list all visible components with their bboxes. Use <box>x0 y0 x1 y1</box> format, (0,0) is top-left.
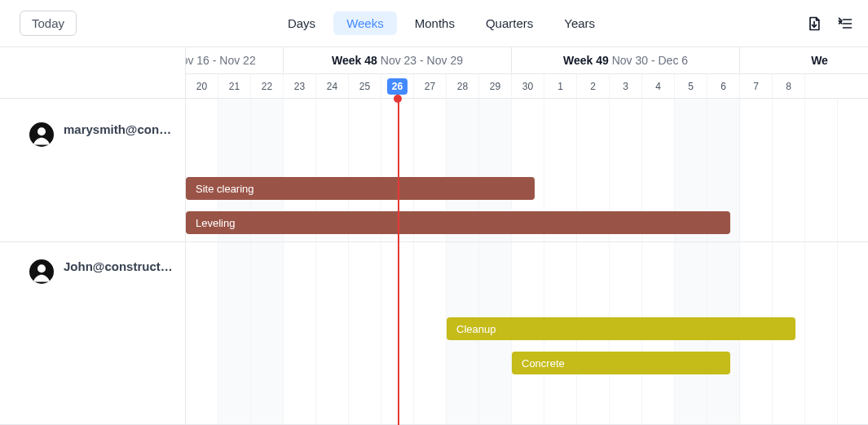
grid-column <box>773 99 805 241</box>
day-number: 8 <box>786 81 791 92</box>
tab-days[interactable]: Days <box>275 11 328 35</box>
day-number: 7 <box>753 81 759 92</box>
day-header[interactable]: 20 <box>186 74 218 98</box>
task-label: Cleanup <box>456 323 496 335</box>
task-bar[interactable]: Concrete <box>512 352 730 374</box>
timeline-row[interactable]: CleanupConcrete <box>186 242 868 425</box>
resource-row[interactable]: marysmith@constr… <box>0 99 185 242</box>
day-header[interactable]: 1 <box>544 74 577 98</box>
day-header[interactable]: 3 <box>610 74 642 98</box>
sidebar-header-spacer <box>0 47 185 99</box>
resource-name: John@construction.… <box>64 259 175 273</box>
task-label: Site clearing <box>196 183 254 195</box>
top-toolbar: Today Days Weeks Months Quarters Years <box>0 0 868 47</box>
grid-column <box>251 242 284 424</box>
week-number: Week 48 <box>332 54 377 67</box>
grid-column <box>805 99 838 241</box>
day-number: 22 <box>262 81 272 92</box>
day-header[interactable]: 7 <box>740 74 773 98</box>
day-header[interactable]: 4 <box>642 74 675 98</box>
day-header[interactable]: 6 <box>707 74 740 98</box>
day-header[interactable]: 25 <box>349 74 381 98</box>
day-number: 26 <box>387 78 408 95</box>
today-dot-icon <box>394 95 402 103</box>
day-number: 21 <box>229 81 240 92</box>
day-number: 4 <box>655 81 661 92</box>
avatar-icon <box>29 259 54 284</box>
grid-column <box>218 242 251 424</box>
day-header[interactable]: 29 <box>479 74 512 98</box>
resource-name: marysmith@constr… <box>64 122 175 136</box>
week-header: Week 49 Nov 30 - Dec 6 <box>512 47 740 73</box>
task-bar[interactable]: Site clearing <box>186 177 535 200</box>
day-header[interactable]: 30 <box>512 74 544 98</box>
timeline-row[interactable]: Site clearingLeveling <box>186 99 868 242</box>
day-header[interactable]: 8 <box>773 74 805 98</box>
day-number: 30 <box>522 81 533 92</box>
week-header: k 47 Nov 16 - Nov 22 <box>186 47 284 73</box>
day-number: 28 <box>457 81 468 92</box>
day-header[interactable]: 21 <box>218 74 251 98</box>
day-headers: 1819202122232425262728293012345678 <box>186 74 868 99</box>
toolbar-right <box>806 15 853 32</box>
day-number: 3 <box>623 81 628 92</box>
day-number: 2 <box>590 81 596 92</box>
view-tabs: Days Weeks Months Quarters Years <box>275 11 608 35</box>
tab-weeks[interactable]: Weeks <box>333 11 397 35</box>
today-button[interactable]: Today <box>20 11 77 36</box>
tab-months[interactable]: Months <box>402 11 468 35</box>
svg-point-1 <box>37 127 46 135</box>
week-number: Week 49 <box>563 54 609 67</box>
tab-quarters[interactable]: Quarters <box>473 11 546 35</box>
tab-years[interactable]: Years <box>551 11 608 35</box>
grid-column <box>740 99 773 241</box>
week-headers: k 47 Nov 16 - Nov 22Week 48 Nov 23 - Nov… <box>186 47 868 74</box>
grid-column <box>414 242 447 424</box>
day-header[interactable]: 5 <box>675 74 707 98</box>
grid-column <box>316 242 349 424</box>
task-label: Leveling <box>196 217 235 229</box>
week-number: We <box>811 54 828 67</box>
grid-column <box>805 242 838 424</box>
day-number: 5 <box>688 81 694 92</box>
grid-column <box>349 242 381 424</box>
day-header[interactable]: 2 <box>577 74 610 98</box>
grid-column <box>186 242 218 424</box>
resource-row[interactable]: John@construction.… <box>0 242 185 425</box>
day-header[interactable]: 27 <box>414 74 447 98</box>
week-header: We <box>740 47 868 73</box>
day-number: 6 <box>720 81 726 92</box>
day-number: 29 <box>490 81 500 92</box>
grid-column <box>838 99 868 241</box>
task-bar[interactable]: Leveling <box>186 211 730 234</box>
export-icon[interactable] <box>806 15 822 32</box>
day-header[interactable]: 23 <box>284 74 316 98</box>
task-bar[interactable]: Cleanup <box>447 317 795 340</box>
day-number: 1 <box>557 81 563 92</box>
day-header[interactable]: 24 <box>316 74 349 98</box>
avatar-icon <box>29 122 54 147</box>
week-range: Nov 16 - Nov 22 <box>186 54 256 67</box>
svg-point-3 <box>37 264 46 272</box>
day-header[interactable]: 22 <box>251 74 284 98</box>
week-range: Nov 30 - Dec 6 <box>612 54 688 67</box>
day-number: 24 <box>327 81 337 92</box>
day-number: 20 <box>196 81 207 92</box>
timeline[interactable]: k 47 Nov 16 - Nov 22Week 48 Nov 23 - Nov… <box>186 47 868 425</box>
today-line <box>398 99 399 425</box>
grid-column <box>838 242 868 424</box>
task-label: Concrete <box>522 357 565 370</box>
day-number: 23 <box>294 81 305 92</box>
week-header: Week 48 Nov 23 - Nov 29 <box>284 47 512 73</box>
day-header[interactable]: 28 <box>447 74 479 98</box>
resource-sidebar: marysmith@constr…John@construction.… <box>0 47 186 425</box>
grid-column <box>284 242 316 424</box>
day-number: 25 <box>359 81 370 92</box>
week-range: Nov 23 - Nov 29 <box>381 54 463 67</box>
collapse-icon[interactable] <box>837 15 853 32</box>
day-number: 27 <box>425 81 435 92</box>
